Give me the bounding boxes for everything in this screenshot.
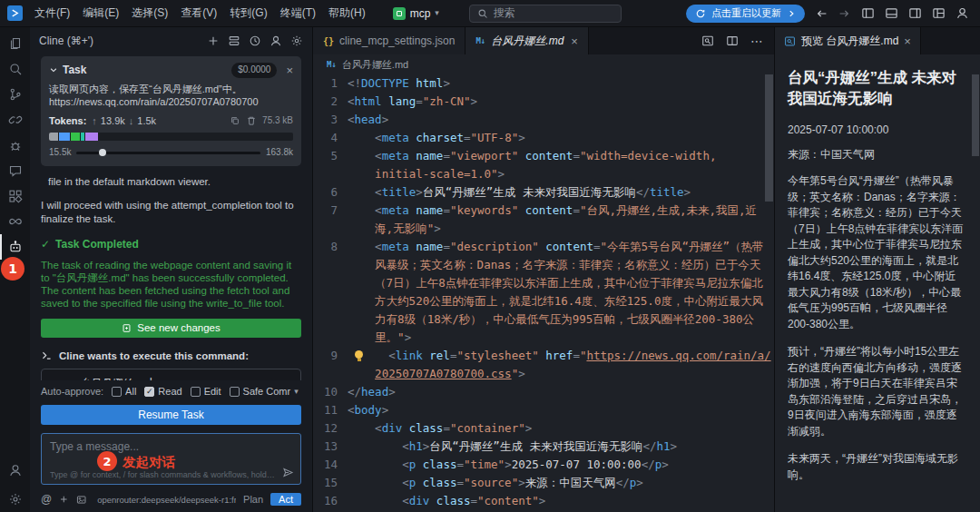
titlebar: 文件(F)编辑(E)选择(S)查看(V)转到(G)终端(T)帮助(H) mcp … (0, 0, 980, 27)
auto-approve-option[interactable]: All (112, 386, 136, 397)
link-icon (8, 113, 23, 127)
checkbox[interactable] (191, 387, 201, 397)
sidebar-item-account[interactable] (0, 458, 30, 483)
history-icon[interactable] (249, 34, 261, 47)
plan-toggle[interactable]: Plan (243, 494, 263, 505)
auto-approve-option[interactable]: ✓Read (144, 386, 181, 397)
send-icon[interactable] (282, 467, 294, 478)
sidebar-item-kilo[interactable] (0, 209, 30, 234)
sidebar-header: Cline (⌘+') (30, 27, 312, 54)
sidebar-item-debug[interactable] (0, 133, 30, 158)
new-task-icon[interactable] (207, 34, 220, 47)
task-url[interactable]: https://news.qq.com/rain/a/20250707A0780… (49, 95, 293, 108)
menu-item[interactable]: 编辑(E) (76, 3, 125, 24)
chevron-down-icon[interactable] (49, 65, 58, 74)
app-logo-icon (7, 5, 23, 21)
chevron-down-icon: ▾ (435, 9, 439, 17)
preview-source: 来源：中国天气网 (788, 147, 965, 162)
see-new-changes-button[interactable]: See new changes (41, 319, 301, 338)
mcp-servers-icon[interactable] (228, 34, 240, 47)
project-button[interactable]: mcp ▾ (387, 5, 446, 22)
code-line: 6 <title>台风“丹娜丝”生成 未来对我国近海无影响</title> (313, 183, 774, 202)
sidebar-item-extensions[interactable] (0, 183, 30, 209)
code-line: 里。"> (313, 329, 774, 347)
editor-scrollbar[interactable] (765, 74, 773, 512)
customize-layout-icon[interactable] (932, 6, 946, 20)
composer-footer: @ openrouter:deepseek/deepseek-r1:free P… (41, 490, 301, 508)
go-forward-icon[interactable] (838, 7, 850, 20)
sidebar-item-chat[interactable] (0, 158, 30, 183)
checkbox[interactable] (230, 387, 240, 397)
toggle-sidebar-icon[interactable] (861, 6, 875, 20)
context-segment (85, 133, 99, 141)
arrow-down-icon: ↓ (129, 114, 134, 128)
resume-task-button[interactable]: Resume Task (41, 405, 301, 425)
sidebar-item-source-control[interactable] (0, 82, 30, 107)
plus-icon[interactable] (59, 494, 69, 505)
gear-icon[interactable] (290, 34, 303, 47)
menu-item[interactable]: 查看(V) (174, 3, 223, 24)
command-box[interactable]: open 台风丹娜丝.md ▾ (41, 369, 301, 380)
account-icon[interactable] (956, 6, 969, 20)
sidebar-item-explorer[interactable] (0, 31, 30, 56)
copy-icon[interactable] (230, 115, 240, 126)
go-back-icon[interactable] (816, 7, 828, 20)
context-slider[interactable] (76, 152, 260, 154)
preview-title: 台风“丹娜丝”生成 未来对我国近海无影响 (788, 67, 965, 109)
annotation-step-1: 1 (1, 257, 24, 281)
tokens-label: Tokens: (49, 114, 86, 128)
toggle-panel-icon[interactable] (885, 6, 898, 20)
menu-item[interactable]: 终端(T) (274, 3, 322, 24)
extensions-icon (8, 189, 23, 203)
annotation-step-2: 2 (97, 451, 117, 471)
tab-preview-typhoon-md[interactable]: 预览 台风丹娜丝.md × (775, 27, 921, 54)
cline-sidebar: Cline (⌘+') Task $0.0000 × 读取网页内容，保存至“台风… (30, 27, 313, 512)
open-preview-icon[interactable] (701, 34, 714, 47)
code-line: 14 <p class="time">2025-07-07 10:00:00</… (313, 456, 774, 474)
model-selector[interactable]: openrouter:deepseek/deepseek-r1:free (93, 495, 236, 505)
menu-item[interactable]: 帮助(H) (322, 3, 372, 24)
code-line: 4 <meta charset="UTF-8"> (313, 129, 774, 147)
global-search[interactable]: 搜索 (469, 5, 622, 23)
chevron-down-icon: ▾ (294, 387, 299, 396)
sidebar-item-remote[interactable] (0, 107, 30, 133)
auto-approve-option[interactable]: Safe Comr▾ (230, 386, 299, 397)
trash-icon[interactable] (246, 115, 257, 126)
preview-scrollbar[interactable] (972, 74, 979, 156)
mention-icon[interactable]: @ (41, 493, 52, 506)
image-icon[interactable] (76, 494, 86, 506)
bug-icon (8, 138, 23, 153)
command-prompt-label: Cline wants to execute this command: (59, 350, 249, 363)
auto-approve-option[interactable]: Edit (191, 386, 221, 397)
robot-icon (8, 240, 23, 254)
breadcrumb[interactable]: M↓ 台风丹娜丝.md (313, 54, 774, 74)
menu-item[interactable]: 文件(F) (28, 3, 76, 24)
act-toggle[interactable]: Act (270, 493, 301, 506)
cost-badge: $0.0000 (231, 63, 277, 78)
close-icon[interactable]: × (904, 34, 911, 48)
checkbox[interactable]: ✓ (144, 387, 154, 397)
search-icon (8, 62, 23, 76)
code-area[interactable]: 1<!DOCTYPE html>2<html lang="zh-CN">3<he… (313, 74, 774, 512)
composer-hint: Type @ for context, / for slash commands… (50, 470, 277, 479)
tab-typhoon-md[interactable]: M↓ 台风丹娜丝.md × (466, 27, 588, 54)
split-editor-icon[interactable] (726, 34, 739, 47)
sidebar-item-cline[interactable] (0, 234, 30, 260)
code-line: 8 <meta name="description" content="今年第5… (313, 238, 774, 256)
task-card: Task $0.0000 × 读取网页内容，保存至“台风丹娜丝.md”中。 ht… (41, 56, 301, 166)
mcp-project-icon (393, 7, 406, 20)
toggle-secondary-sidebar-icon[interactable] (908, 6, 922, 20)
sidebar-item-settings[interactable] (0, 487, 30, 512)
tokens-down-value: 1.5k (137, 114, 156, 128)
more-actions-icon[interactable]: ⋯ (750, 34, 763, 47)
checkbox[interactable] (112, 387, 122, 397)
menu-item[interactable]: 转到(G) (223, 3, 273, 24)
lightbulb-icon[interactable] (355, 350, 363, 359)
close-icon[interactable]: × (286, 64, 293, 76)
restart-update-button[interactable]: 点击重启以更新 (686, 5, 805, 23)
tab-cline-mcp-settings[interactable]: {} cline_mcp_settings.json (313, 27, 466, 54)
account-icon[interactable] (270, 34, 282, 47)
close-icon[interactable]: × (571, 34, 578, 48)
sidebar-item-search[interactable] (0, 56, 30, 82)
menu-item[interactable]: 选择(S) (125, 3, 174, 24)
